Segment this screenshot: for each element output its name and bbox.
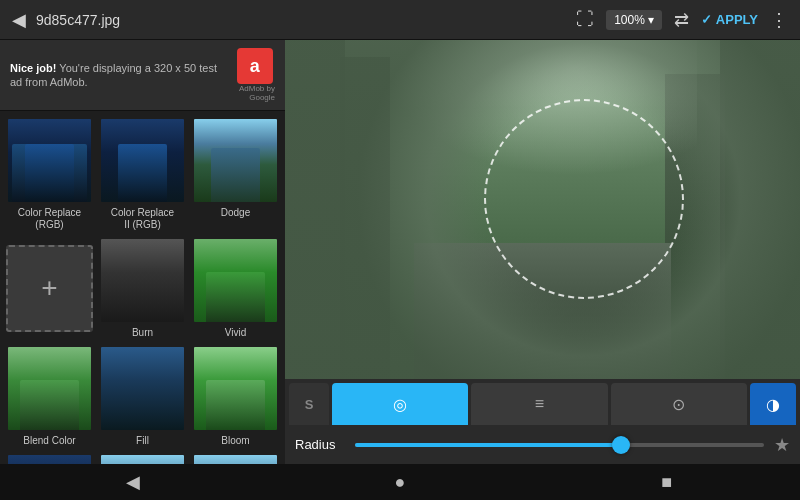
apply-button[interactable]: ✓ APPLY (701, 12, 758, 27)
effect-blend-color[interactable]: Blend Color (6, 345, 93, 447)
contrast-icon: ◑ (766, 395, 780, 414)
ad-by-text: AdMob by Google (227, 84, 275, 102)
tab-target[interactable]: ◎ (332, 383, 468, 425)
effect-unsharp-mask[interactable]: Unsharp Mask (192, 453, 279, 464)
tab-circle[interactable]: ⊙ (611, 383, 747, 425)
ad-banner: Nice job! You're displaying a 320 x 50 t… (0, 40, 285, 111)
zoom-button[interactable]: 100% ▾ (606, 10, 662, 30)
effect-color-replace-rgb[interactable]: Color Replace(RGB) (6, 117, 93, 231)
add-icon: + (6, 245, 93, 332)
check-icon: ✓ (701, 12, 712, 27)
nav-home-button[interactable]: ● (370, 472, 430, 493)
top-bar-right: ⛶ 100% ▾ ⇄ ✓ APPLY ⋮ (576, 9, 788, 31)
apply-label: APPLY (716, 12, 758, 27)
top-bar: ◀ 9d85c477.jpg ⛶ 100% ▾ ⇄ ✓ APPLY ⋮ (0, 0, 800, 40)
tool-tabs: S ◎ ≡ ⊙ ◑ (285, 379, 800, 425)
image-area[interactable] (285, 40, 800, 379)
radius-label: Radius (295, 437, 345, 452)
slider-fill (355, 443, 621, 447)
ad-logo: a (237, 48, 273, 84)
bottom-controls: S ◎ ≡ ⊙ ◑ Radius (285, 379, 800, 464)
effect-bloom[interactable]: Bloom (192, 345, 279, 447)
effect-label: Burn (132, 327, 153, 339)
effect-burn[interactable]: Burn (99, 237, 186, 339)
slider-thumb[interactable] (612, 436, 630, 454)
zoom-label: 100% (614, 13, 645, 27)
ad-logo-container: a AdMob by Google (227, 48, 275, 102)
ad-text: Nice job! You're displaying a 320 x 50 t… (10, 61, 227, 90)
radius-row: Radius ★ (285, 425, 800, 464)
left-panel: Nice job! You're displaying a 320 x 50 t… (0, 40, 285, 464)
effect-dodge[interactable]: Dodge (192, 117, 279, 231)
effect-diffuse[interactable]: Diffuse (6, 453, 93, 464)
circle-selection (484, 99, 684, 299)
tab-menu[interactable]: ≡ (471, 383, 607, 425)
effect-label: Dodge (221, 207, 250, 219)
effect-label: Color Replace(RGB) (18, 207, 81, 231)
ad-bold: Nice job! (10, 62, 56, 74)
more-button[interactable]: ⋮ (770, 9, 788, 31)
s-label: S (305, 397, 314, 412)
nav-recents-button[interactable]: ■ (637, 472, 697, 493)
effect-label: Vivid (225, 327, 247, 339)
effect-color-replace-ii-rgb[interactable]: Color ReplaceII (RGB) (99, 117, 186, 231)
tab-s[interactable]: S (289, 383, 329, 425)
effect-fill[interactable]: Fill (99, 345, 186, 447)
back-button[interactable]: ◀ (12, 9, 26, 31)
target-icon: ◎ (393, 395, 407, 414)
effect-label: Color ReplaceII (RGB) (111, 207, 174, 231)
effect-label: Blend Color (23, 435, 75, 447)
radius-slider[interactable] (355, 443, 764, 447)
main-content: Nice job! You're displaying a 320 x 50 t… (0, 40, 800, 464)
star-button[interactable]: ★ (774, 434, 790, 456)
nav-bar: ◀ ● ■ (0, 464, 800, 500)
effect-label: Bloom (221, 435, 249, 447)
nav-back-button[interactable]: ◀ (103, 471, 163, 493)
zoom-arrow: ▾ (648, 13, 654, 27)
tab-contrast[interactable]: ◑ (750, 383, 796, 425)
add-effect-button[interactable]: + (6, 237, 93, 339)
effect-sharpen[interactable]: Sharpen (99, 453, 186, 464)
file-title: 9d85c477.jpg (36, 12, 566, 28)
fullscreen-icon[interactable]: ⛶ (576, 9, 594, 30)
right-panel: S ◎ ≡ ⊙ ◑ Radius (285, 40, 800, 464)
effect-label: Fill (136, 435, 149, 447)
menu-icon: ≡ (535, 395, 544, 413)
effect-vivid[interactable]: Vivid (192, 237, 279, 339)
swap-icon[interactable]: ⇄ (674, 9, 689, 31)
circle-icon: ⊙ (672, 395, 685, 414)
effects-grid: Color Replace(RGB) Color ReplaceII (RGB)… (0, 111, 285, 464)
